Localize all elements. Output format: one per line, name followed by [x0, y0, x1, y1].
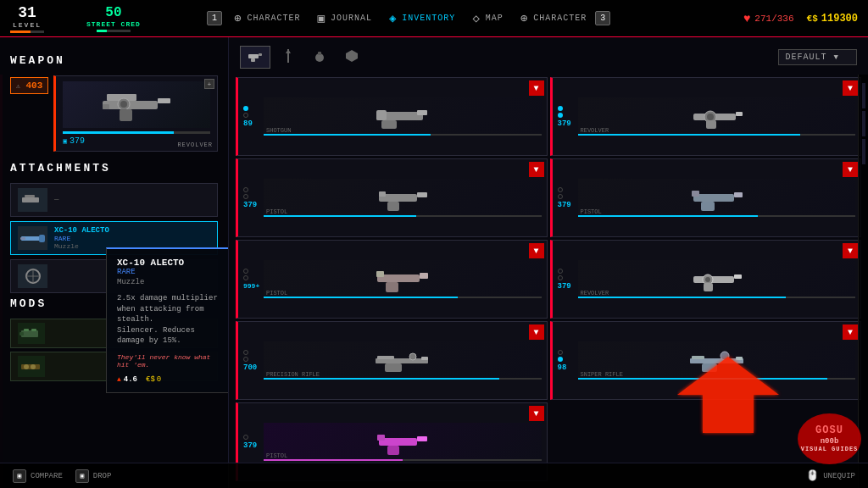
- armor-tab-icon: [345, 49, 359, 65]
- attachment-slot-1[interactable]: —: [10, 183, 218, 217]
- attachment-rarity-2: RARE: [54, 235, 210, 242]
- item-7-ammo: 700: [243, 363, 257, 372]
- inventory-item-4[interactable]: 379 PISTOL ▼: [550, 158, 862, 237]
- svg-rect-68: [377, 435, 385, 441]
- tooltip-type: Muzzle: [117, 278, 226, 286]
- item-7-type: PRECISION RIFLE: [266, 371, 320, 378]
- street-cred-number: 50: [105, 5, 121, 20]
- svg-rect-63: [702, 363, 717, 372]
- nav-inventory[interactable]: ◈ INVENTORY: [381, 0, 464, 36]
- health-icon: ♥: [743, 12, 750, 25]
- weapon-section-title: WEAPON: [10, 54, 218, 67]
- item-9-equip-btn[interactable]: ▼: [529, 406, 544, 421]
- item-7-equip-btn[interactable]: ▼: [529, 324, 544, 340]
- inventory-item-2[interactable]: 379 REVOLVER ▼: [550, 77, 862, 156]
- pistol-4-svg: [689, 183, 744, 213]
- svg-point-64: [721, 352, 729, 360]
- tooltip-stat-damage: ▲ 4.6: [117, 375, 137, 384]
- item-8-dot-2: [558, 357, 563, 362]
- weapon-damage-badge: ⚠ 403: [10, 77, 48, 94]
- map-icon: ◇: [472, 11, 480, 25]
- item-4-equip-btn[interactable]: ▼: [843, 162, 858, 177]
- inventory-item-7[interactable]: 700 PRECISION RIFLE ▼: [236, 321, 548, 400]
- nav-character-2[interactable]: ⊕ CHARACTER: [512, 0, 595, 36]
- attachments-section-title: ATTACHMENTS: [10, 162, 218, 175]
- nav-label-character-2: CHARACTER: [533, 14, 587, 23]
- item-3-ammo: 379: [243, 201, 257, 209]
- revolver-2-svg: [689, 102, 744, 131]
- cat-tab-armor[interactable]: [337, 45, 366, 69]
- attachment-info-1: —: [54, 196, 210, 204]
- key-badge-3: 3: [595, 11, 610, 25]
- item-4-dot-2: [558, 194, 563, 199]
- svg-rect-32: [376, 110, 387, 120]
- nav-label-journal: JOURNAL: [331, 14, 372, 23]
- item-7-dot-2: [243, 357, 248, 362]
- watermark-top-text: GOSU: [815, 424, 843, 436]
- weapon-add-button[interactable]: +: [204, 79, 214, 89]
- cat-tab-guns[interactable]: [240, 46, 270, 69]
- inventory-item-3[interactable]: 379 PISTOL ▼: [236, 158, 548, 237]
- svg-rect-67: [387, 446, 399, 455]
- level-number: 31: [18, 4, 36, 21]
- item-5-equip-btn[interactable]: ▼: [529, 243, 544, 258]
- svg-rect-53: [734, 274, 742, 279]
- grenade-svg: [314, 49, 326, 63]
- revolver-weapon-svg: [94, 86, 179, 124]
- item-7-dot-1: [243, 350, 248, 355]
- edge-bar-2: [862, 111, 865, 136]
- svg-rect-18: [19, 332, 24, 336]
- precision-rifle-svg: [375, 346, 430, 375]
- armor-svg: [345, 49, 359, 63]
- svg-rect-56: [377, 356, 394, 359]
- item-3-equip-btn[interactable]: ▼: [529, 162, 544, 177]
- category-tabs: DEFAULT ▼: [236, 44, 861, 70]
- equipped-weapon-slot[interactable]: ▣ 379 REVOLVER +: [53, 75, 218, 152]
- svg-rect-47: [420, 273, 428, 279]
- inventory-item-1[interactable]: 89 SHOTGUN ▼: [236, 77, 548, 156]
- nav-map[interactable]: ◇ MAP: [464, 0, 511, 36]
- item-1-image: SHOTGUN: [264, 97, 542, 136]
- svg-rect-0: [103, 101, 158, 109]
- mod-icon-1: [18, 323, 45, 344]
- inventory-icon: ◈: [389, 11, 397, 25]
- attachment-icon-3: [18, 264, 47, 288]
- scope-svg: [20, 267, 46, 286]
- item-3-dot-2: [243, 194, 248, 199]
- muzzle-svg: [20, 229, 46, 247]
- inventory-item-6[interactable]: 379 REVOLVER ▼: [550, 240, 862, 319]
- item-2-image: REVOLVER: [578, 97, 856, 136]
- filter-dropdown[interactable]: DEFAULT ▼: [778, 49, 857, 65]
- nav-journal[interactable]: ▣ JOURNAL: [309, 0, 380, 36]
- svg-point-59: [409, 353, 416, 360]
- street-cred-label: STREET CRED: [86, 20, 141, 28]
- svg-point-52: [705, 277, 710, 282]
- item-9-image: PISTOL: [264, 423, 542, 461]
- item-6-equip-btn[interactable]: ▼: [843, 243, 858, 258]
- item-2-indicators: 379: [558, 106, 573, 128]
- svg-rect-50: [693, 276, 734, 283]
- inventory-item-8[interactable]: 98 SNIPER RIFLE ▼: [550, 321, 862, 400]
- nav-character-1[interactable]: ⊕ CHARACTER: [225, 0, 309, 36]
- item-2-equip-btn[interactable]: ▼: [843, 80, 858, 96]
- bottom-unequip-action[interactable]: 🖱️ Unequip: [806, 469, 855, 482]
- nav-label-character-1: CHARACTER: [247, 14, 300, 23]
- item-2-ammo: 379: [558, 119, 571, 128]
- item-9-indicators: 379: [243, 435, 259, 450]
- weapon-ammo-value: 379: [70, 136, 85, 146]
- tooltip-stats: ▲ 4.6 €$ 0: [117, 375, 226, 384]
- item-3-dot-1: [243, 187, 248, 192]
- cat-tab-melee[interactable]: [275, 44, 302, 70]
- svg-rect-23: [259, 53, 262, 56]
- item-1-equip-btn[interactable]: ▼: [529, 80, 544, 96]
- svg-rect-62: [736, 357, 743, 360]
- inventory-item-5[interactable]: 999+ PISTOL ▼: [236, 240, 548, 319]
- item-8-equip-btn[interactable]: ▼: [843, 324, 858, 340]
- cat-tab-grenades[interactable]: [306, 45, 333, 69]
- item-8-dot-1: [558, 350, 563, 355]
- svg-rect-43: [734, 192, 743, 197]
- weapon-display: ⚠ 403: [10, 75, 218, 152]
- watermark-badge: GOSU n00b Visual Guides: [798, 413, 861, 464]
- svg-rect-37: [706, 120, 716, 129]
- item-6-image: REVOLVER: [578, 260, 856, 298]
